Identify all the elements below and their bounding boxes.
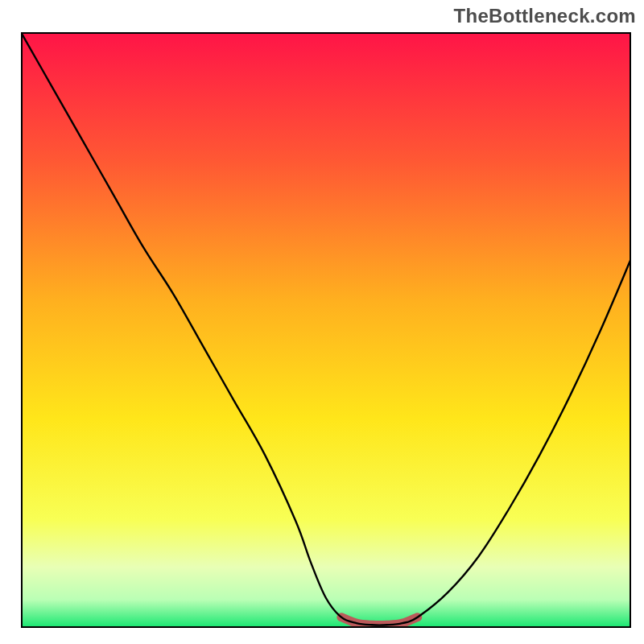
main-plot (0, 0, 644, 644)
chart-frame: { "watermark": "TheBottleneck.com", "cha… (0, 0, 644, 644)
plot-heat-gradient (23, 34, 630, 626)
